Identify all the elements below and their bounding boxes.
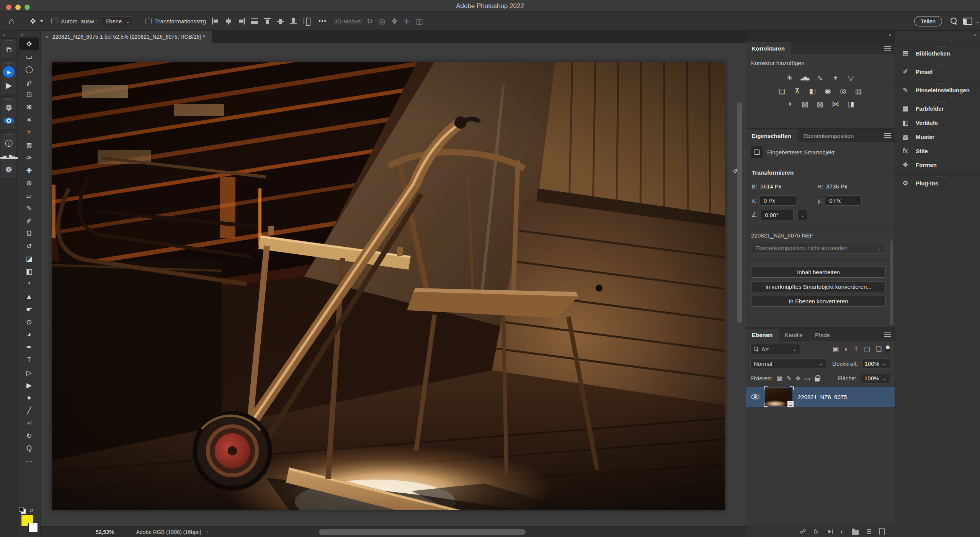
info-panel-icon[interactable]: ⓘ bbox=[1, 137, 16, 150]
3d-slide-icon[interactable]: ✛ bbox=[403, 17, 410, 26]
canvas-vertical-scrollbar[interactable] bbox=[737, 102, 742, 323]
lock-artboard-icon[interactable]: ▭ bbox=[805, 375, 810, 382]
panel-stile[interactable]: fx Stile bbox=[895, 144, 980, 158]
home-button[interactable]: ⌂ bbox=[8, 11, 14, 31]
panel-pinseleinstellungen[interactable]: ✎ Pinseleinstellungen bbox=[895, 81, 980, 97]
x-input[interactable]: 0 Px bbox=[760, 195, 796, 206]
gradient-tool[interactable]: ◧ bbox=[18, 265, 40, 278]
align-right-icon[interactable] bbox=[237, 17, 246, 25]
panel-farbfelder[interactable]: ▦ Farbfelder bbox=[895, 100, 980, 116]
convert-to-layers-button[interactable]: In Ebenen konvertieren bbox=[751, 296, 886, 307]
filter-adjustment-icon[interactable]: ◐ bbox=[844, 345, 848, 353]
search-button[interactable] bbox=[950, 11, 958, 31]
panel-verlaeufe[interactable]: ◧ Verläufe bbox=[895, 116, 980, 130]
hand-tool[interactable]: ☜ bbox=[18, 417, 40, 429]
panel-muster[interactable]: ▩ Muster bbox=[895, 130, 980, 144]
delete-layer-icon[interactable] bbox=[879, 529, 885, 535]
collapse-dock-icon[interactable]: » bbox=[889, 32, 891, 38]
fill-dropdown[interactable]: 100%⌄ bbox=[861, 373, 890, 383]
mixer-brush-tool[interactable]: ✐ bbox=[18, 214, 40, 227]
spot-healing-tool[interactable]: ✚ bbox=[18, 164, 40, 177]
hue-saturation-icon[interactable]: ▤ bbox=[776, 86, 788, 95]
panel-bibliotheken[interactable]: ▤ Bibliotheken bbox=[895, 44, 980, 61]
close-tab-icon[interactable]: × bbox=[45, 34, 49, 40]
histogram-panel-icon[interactable]: ▃▅▂▆▄▃ bbox=[1, 150, 16, 163]
3d-camera-icon[interactable]: ◫ bbox=[416, 17, 423, 26]
shape-tool[interactable]: ● bbox=[18, 391, 40, 404]
object-selection-tool[interactable]: ⊡ bbox=[18, 88, 40, 101]
grip-handle[interactable] bbox=[5, 40, 12, 41]
grip-handle[interactable] bbox=[5, 134, 12, 135]
filter-smart-object-icon[interactable]: ❏ bbox=[876, 345, 882, 353]
distribute-horizontal-icon[interactable] bbox=[250, 17, 259, 25]
smudge-tool[interactable]: ☛ bbox=[18, 303, 40, 316]
document-tab[interactable]: × 220821_NZ6_6075-1 bei 52,5% (220821_NZ… bbox=[41, 31, 212, 43]
tab-eigenschaften[interactable]: Eigenschaften bbox=[746, 129, 797, 142]
path-selection-tool[interactable]: ▶ bbox=[18, 379, 40, 391]
3d-pan-icon[interactable]: ✥ bbox=[392, 17, 398, 26]
workspace-chevron[interactable]: ⌄ bbox=[975, 11, 980, 31]
brightness-contrast-icon[interactable]: ☀ bbox=[784, 73, 795, 82]
align-left-icon[interactable] bbox=[211, 17, 220, 25]
patch-tool[interactable]: ▱ bbox=[18, 189, 40, 202]
actions-panel-icon[interactable]: ▶ bbox=[1, 65, 16, 79]
curves-icon[interactable]: ∿ bbox=[815, 73, 826, 82]
swap-colors-icon[interactable]: ⇄ bbox=[29, 508, 34, 513]
panel-formen[interactable]: ❖ Formen bbox=[895, 158, 980, 172]
background-color-swatch[interactable] bbox=[28, 523, 38, 532]
selective-color-icon[interactable]: ◨ bbox=[845, 99, 857, 108]
black-white-icon[interactable]: ◧ bbox=[807, 86, 818, 95]
tab-ebenen[interactable]: Ebenen bbox=[746, 329, 779, 341]
sharpen-tool[interactable]: ▲ bbox=[18, 290, 40, 303]
canvas-area[interactable] bbox=[41, 43, 746, 537]
auto-select-checkbox[interactable] bbox=[51, 18, 57, 24]
opacity-dropdown[interactable]: 100%⌄ bbox=[861, 359, 890, 369]
panel-menu-icon[interactable] bbox=[884, 133, 891, 138]
selection-brush-tool[interactable]: ❋ bbox=[18, 101, 40, 113]
properties-scrollbar[interactable] bbox=[890, 241, 893, 325]
layer-visibility-eye-icon[interactable] bbox=[751, 394, 760, 399]
ellipse-marquee-tool[interactable]: ◯ bbox=[18, 63, 40, 75]
edit-contents-button[interactable]: Inhalt bearbeiten bbox=[751, 267, 886, 278]
add-mask-icon[interactable] bbox=[826, 529, 833, 534]
photo-canvas[interactable] bbox=[52, 62, 725, 510]
move-tool[interactable]: ✥ bbox=[19, 38, 39, 50]
magic-wand-tool[interactable]: ✶ bbox=[18, 113, 40, 126]
tab-pfade[interactable]: Pfade bbox=[809, 329, 836, 341]
brush-tool[interactable]: ✎ bbox=[18, 202, 40, 214]
color-panel-icon[interactable]: ❁ bbox=[1, 101, 16, 114]
gradient-map-icon[interactable]: ⋈ bbox=[830, 99, 841, 108]
navigator-panel-icon[interactable]: ☸ bbox=[1, 163, 16, 176]
version-history-panel-icon[interactable]: ⧉ bbox=[1, 43, 16, 56]
direct-selection-tool[interactable]: ▷ bbox=[18, 366, 40, 379]
color-lookup-icon[interactable]: ▦ bbox=[853, 86, 864, 95]
expand-toolbar-icon[interactable]: » bbox=[18, 31, 40, 38]
canvas-horizontal-scrollbar[interactable] bbox=[319, 529, 526, 535]
tab-ebenenkomposition[interactable]: Ebenenkomposition bbox=[797, 129, 860, 142]
preview-panel-icon[interactable] bbox=[1, 114, 16, 127]
link-layers-icon[interactable]: ☍ bbox=[800, 528, 806, 535]
more-tools[interactable]: ⋯ bbox=[18, 455, 40, 467]
panel-menu-icon[interactable] bbox=[884, 332, 891, 337]
layer-thumbnail[interactable]: ❏ bbox=[765, 388, 792, 406]
color-profile[interactable]: Adobe RGB (1998) (16bpc) › bbox=[136, 529, 208, 535]
share-button[interactable]: Teilen bbox=[914, 16, 942, 26]
eyedropper-tool[interactable]: ✑ bbox=[18, 151, 40, 164]
dodge-tool[interactable]: ⊙ bbox=[18, 316, 40, 328]
lasso-tool[interactable]: ℘ bbox=[18, 75, 40, 88]
auto-select-dropdown[interactable]: Ebene ⌄ bbox=[102, 16, 133, 26]
levels-icon[interactable]: ▃▆▄ bbox=[799, 73, 811, 82]
lock-position-icon[interactable]: ✥ bbox=[795, 375, 800, 382]
threshold-icon[interactable]: ▧ bbox=[815, 99, 826, 108]
posterize-icon[interactable]: ▨ bbox=[799, 99, 811, 108]
reset-transform-icon[interactable]: ↺ bbox=[733, 168, 882, 175]
type-tool[interactable]: T bbox=[18, 354, 40, 366]
pen-tool[interactable]: ✒ bbox=[18, 341, 40, 354]
collapse-dock-icon[interactable]: « bbox=[974, 32, 976, 38]
filter-type-icon[interactable]: T bbox=[854, 345, 858, 353]
eraser-tool[interactable]: ◪ bbox=[18, 252, 40, 265]
crop-tool[interactable]: ⌗ bbox=[18, 126, 40, 139]
align-bottom-icon[interactable] bbox=[289, 17, 298, 25]
angle-input[interactable]: 0,00° bbox=[761, 210, 794, 220]
align-middle-icon[interactable] bbox=[276, 17, 285, 25]
